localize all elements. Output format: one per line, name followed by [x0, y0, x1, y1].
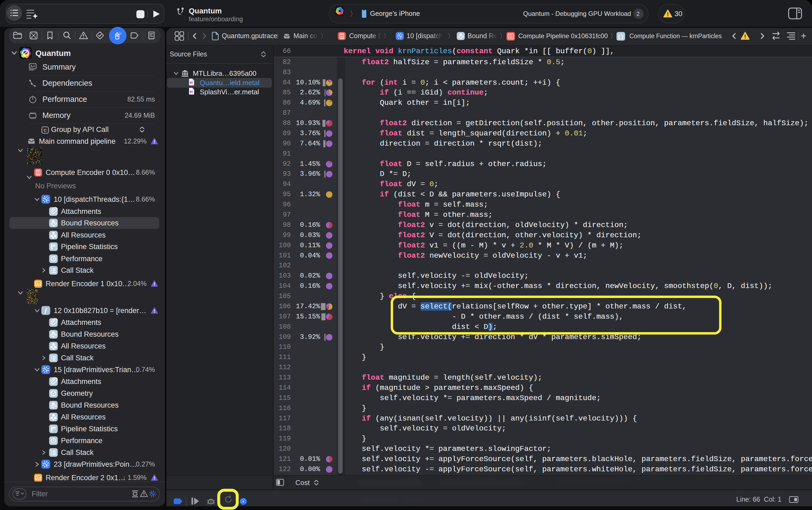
svg-text:{}: {} — [618, 34, 624, 40]
svg-text:C: C — [44, 128, 47, 133]
